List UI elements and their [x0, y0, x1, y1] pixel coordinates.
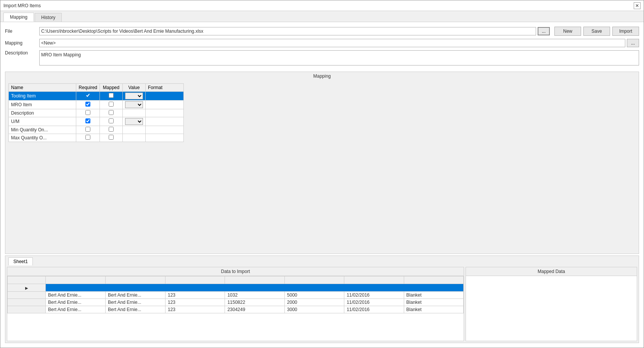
- row-mapped: [100, 134, 123, 142]
- row-mapped: [100, 109, 123, 117]
- cell-col6: 11/02/2016: [344, 299, 404, 306]
- table-row[interactable]: MRO Item: [9, 101, 184, 109]
- mapped-checkbox[interactable]: [109, 93, 114, 98]
- cell-col3: 123: [165, 292, 225, 299]
- sheet-tab-sheet1[interactable]: Sheet1: [8, 257, 33, 265]
- table-row[interactable]: U/M: [9, 117, 184, 126]
- description-row: Description MRO Item Mapping: [5, 50, 639, 69]
- row-format: [146, 101, 184, 109]
- selected-row-data: [46, 284, 464, 292]
- row-name: Max Quantity O...: [9, 134, 76, 142]
- cell-col4: 1032: [225, 292, 284, 299]
- cell-col4: 2304249: [225, 306, 284, 313]
- table-row[interactable]: Bert And Ernie... Bert And Ernie... 123 …: [8, 292, 464, 299]
- row-required: [76, 117, 100, 126]
- mapping-section-title: Mapping: [5, 72, 639, 80]
- header-col6: [344, 276, 404, 284]
- cell-col2: Bert And Ernie...: [106, 299, 165, 306]
- file-row: File ... New Save Import: [5, 27, 639, 36]
- header-col7: [404, 276, 463, 284]
- data-import-panel: Data to Import: [7, 267, 464, 341]
- save-button[interactable]: Save: [583, 27, 610, 36]
- col-required: Required: [76, 84, 100, 92]
- row-value: [123, 126, 146, 134]
- cell-col5: 3000: [284, 306, 344, 313]
- window-title: Import MRO Items: [3, 3, 41, 8]
- required-checkbox[interactable]: [85, 110, 90, 115]
- mapped-checkbox[interactable]: [109, 135, 114, 140]
- file-browse-button[interactable]: ...: [538, 27, 550, 35]
- tab-bar: Mapping History: [0, 11, 644, 22]
- row-mapped: [100, 92, 123, 101]
- main-window: Import MRO Items ✕ Mapping History File …: [0, 0, 644, 348]
- value-dropdown[interactable]: [125, 101, 143, 108]
- title-bar: Import MRO Items ✕: [0, 0, 644, 11]
- required-checkbox[interactable]: [85, 93, 90, 98]
- value-dropdown[interactable]: [125, 93, 143, 99]
- cell-col5: 5000: [284, 292, 344, 299]
- mapping-section: Mapping Name Required Mapped Value Forma…: [5, 72, 639, 254]
- cell-col3: 123: [165, 299, 225, 306]
- import-button[interactable]: Import: [612, 27, 639, 36]
- required-checkbox[interactable]: [85, 118, 90, 123]
- mapping-input[interactable]: [39, 39, 625, 47]
- tab-mapping[interactable]: Mapping: [3, 13, 34, 22]
- row-indicator: ▶: [8, 284, 46, 292]
- tab-history[interactable]: History: [35, 13, 62, 22]
- row-required: [76, 134, 100, 142]
- row-indicator: [8, 292, 46, 299]
- description-field[interactable]: MRO Item Mapping: [39, 50, 639, 65]
- table-row[interactable]: Description: [9, 109, 184, 117]
- row-name: Min Quantity On...: [9, 126, 76, 134]
- mapped-checkbox[interactable]: [109, 102, 114, 107]
- row-name: MRO Item: [9, 101, 76, 109]
- cell-col6: 11/02/2016: [344, 306, 404, 313]
- row-required: [76, 126, 100, 134]
- header-col1: [46, 276, 106, 284]
- cell-col7: Blanket: [404, 306, 463, 313]
- col-value: Value: [123, 84, 146, 92]
- col-mapped: Mapped: [100, 84, 123, 92]
- cell-col2: Bert And Ernie...: [106, 292, 165, 299]
- description-label: Description: [5, 50, 39, 56]
- table-row[interactable]: Tooling Item: [9, 92, 184, 101]
- header-col2: [106, 276, 165, 284]
- cell-col4: 1150822: [225, 299, 284, 306]
- row-value: [123, 134, 146, 142]
- cell-col7: Blanket: [404, 292, 463, 299]
- mapped-checkbox[interactable]: [109, 110, 114, 115]
- row-indicator: [8, 306, 46, 313]
- mapped-data-title: Mapped Data: [466, 267, 637, 276]
- new-button[interactable]: New: [554, 27, 581, 36]
- table-row[interactable]: Min Quantity On...: [9, 126, 184, 134]
- row-mapped: [100, 101, 123, 109]
- table-row[interactable]: Bert And Ernie... Bert And Ernie... 123 …: [8, 306, 464, 313]
- row-indicator: [8, 299, 46, 306]
- required-checkbox[interactable]: [85, 127, 90, 132]
- table-row[interactable]: Max Quantity O...: [9, 134, 184, 142]
- file-input[interactable]: [39, 27, 536, 35]
- cell-col7: Blanket: [404, 299, 463, 306]
- data-import-title: Data to Import: [7, 267, 464, 276]
- bottom-section: Sheet1 Data to Import: [5, 255, 639, 343]
- table-row[interactable]: Bert And Ernie... Bert And Ernie... 123 …: [8, 299, 464, 306]
- table-row[interactable]: ▶: [8, 284, 464, 292]
- row-value: [123, 101, 146, 109]
- data-table-wrapper[interactable]: ▶ Bert And Ernie... Bert And Ernie... 12…: [7, 276, 464, 341]
- row-mapped: [100, 117, 123, 126]
- close-button[interactable]: ✕: [634, 2, 641, 9]
- mapped-checkbox[interactable]: [109, 118, 114, 123]
- row-format: [146, 126, 184, 134]
- value-dropdown[interactable]: [125, 118, 143, 125]
- row-format: [146, 109, 184, 117]
- row-format: [146, 134, 184, 142]
- mapping-browse-button[interactable]: ...: [627, 39, 639, 47]
- row-format: [146, 117, 184, 126]
- mapping-content: Name Required Mapped Value Format Toolin…: [5, 80, 639, 254]
- cell-col1: Bert And Ernie...: [46, 306, 106, 313]
- cell-col6: 11/02/2016: [344, 292, 404, 299]
- cell-col5: 2000: [284, 299, 344, 306]
- mapped-checkbox[interactable]: [109, 127, 114, 132]
- required-checkbox[interactable]: [85, 102, 90, 107]
- required-checkbox[interactable]: [85, 135, 90, 140]
